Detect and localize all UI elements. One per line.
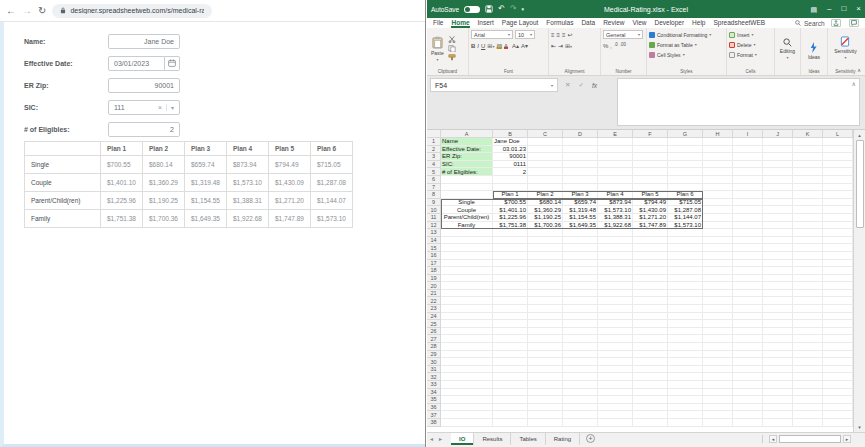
cell-J14[interactable] — [763, 237, 793, 245]
cell-H12[interactable] — [703, 222, 733, 230]
cell-C35[interactable] — [528, 396, 563, 404]
date-input[interactable]: 03/01/2023 — [108, 56, 165, 71]
cell-B4[interactable]: 0111 — [493, 161, 528, 169]
cell-G30[interactable] — [668, 358, 703, 366]
cell-E6[interactable] — [598, 176, 633, 184]
cell-E25[interactable] — [598, 320, 633, 328]
row-header-32[interactable]: 32 — [427, 373, 441, 381]
cell-I15[interactable] — [733, 244, 763, 252]
cell-L29[interactable] — [823, 351, 853, 359]
cell-K25[interactable] — [793, 320, 823, 328]
cell-K23[interactable] — [793, 305, 823, 313]
cell-G35[interactable] — [668, 396, 703, 404]
cell-H15[interactable] — [703, 244, 733, 252]
editing-button[interactable]: Editing▾ — [778, 37, 797, 61]
conditional-formatting-button[interactable]: Conditional Formatting▾ — [649, 30, 724, 39]
cell-H2[interactable] — [703, 146, 733, 154]
cell-J5[interactable] — [763, 168, 793, 176]
row-header-15[interactable]: 15 — [427, 244, 441, 252]
cell-K20[interactable] — [793, 282, 823, 290]
cell-E9[interactable]: $873.94 — [598, 199, 633, 207]
cell-E35[interactable] — [598, 396, 633, 404]
cell-B16[interactable] — [493, 252, 528, 260]
cell-K8[interactable] — [793, 191, 823, 199]
column-header-L[interactable]: L — [823, 130, 853, 138]
cell-E1[interactable] — [598, 138, 633, 146]
cell-D35[interactable] — [563, 396, 598, 404]
cell-I37[interactable] — [733, 411, 763, 419]
comma-style-button[interactable]: , — [610, 43, 612, 49]
tab-review[interactable]: Review — [603, 18, 624, 28]
cell-F17[interactable] — [633, 260, 668, 268]
cell-A30[interactable] — [441, 358, 493, 366]
column-header-F[interactable]: F — [633, 130, 668, 138]
cell-L23[interactable] — [823, 305, 853, 313]
scroll-down-icon[interactable]: ▾ — [858, 422, 861, 432]
cell-K5[interactable] — [793, 168, 823, 176]
cell-B14[interactable] — [493, 237, 528, 245]
cell-C29[interactable] — [528, 351, 563, 359]
name-input[interactable]: Jane Doe — [108, 34, 180, 49]
cell-J12[interactable] — [763, 222, 793, 230]
row-header-26[interactable]: 26 — [427, 328, 441, 336]
cell-K35[interactable] — [793, 396, 823, 404]
row-header-17[interactable]: 17 — [427, 260, 441, 268]
cell-B26[interactable] — [493, 328, 528, 336]
row-header-20[interactable]: 20 — [427, 282, 441, 290]
cell-L25[interactable] — [823, 320, 853, 328]
cell-D18[interactable] — [563, 267, 598, 275]
cell-G12[interactable]: $1,573.10 — [668, 222, 703, 230]
cell-E37[interactable] — [598, 411, 633, 419]
browser-forward-button[interactable]: → — [22, 6, 32, 16]
cell-E7[interactable] — [598, 184, 633, 192]
cell-B15[interactable] — [493, 244, 528, 252]
cell-G36[interactable] — [668, 404, 703, 412]
cell-K36[interactable] — [793, 404, 823, 412]
cell-D25[interactable] — [563, 320, 598, 328]
cell-I3[interactable] — [733, 153, 763, 161]
cell-D22[interactable] — [563, 297, 598, 305]
cell-I23[interactable] — [733, 305, 763, 313]
formula-input[interactable]: ∧ — [617, 78, 860, 126]
cell-K22[interactable] — [793, 297, 823, 305]
cell-J34[interactable] — [763, 389, 793, 397]
cell-F22[interactable] — [633, 297, 668, 305]
qat-customize-icon[interactable]: ▾ — [522, 7, 525, 12]
cell-I17[interactable] — [733, 260, 763, 268]
cell-G10[interactable]: $1,287.08 — [668, 206, 703, 214]
cell-F30[interactable] — [633, 358, 668, 366]
cell-J36[interactable] — [763, 404, 793, 412]
cell-A31[interactable] — [441, 366, 493, 374]
cell-K16[interactable] — [793, 252, 823, 260]
cell-D32[interactable] — [563, 373, 598, 381]
cell-E26[interactable] — [598, 328, 633, 336]
align-middle-icon[interactable]: ≡ — [557, 32, 561, 38]
cell-H18[interactable] — [703, 267, 733, 275]
row-header-6[interactable]: 6 — [427, 176, 441, 184]
cell-I7[interactable] — [733, 184, 763, 192]
cell-J29[interactable] — [763, 351, 793, 359]
cell-E12[interactable]: $1,922.68 — [598, 222, 633, 230]
cell-K37[interactable] — [793, 411, 823, 419]
erzip-input[interactable]: 90001 — [108, 78, 180, 93]
cell-L3[interactable] — [823, 153, 853, 161]
cell-B3[interactable]: 90001 — [493, 153, 528, 161]
share-icon[interactable] — [831, 19, 841, 27]
cell-G14[interactable] — [668, 237, 703, 245]
cell-E32[interactable] — [598, 373, 633, 381]
tab-file[interactable]: File — [433, 18, 443, 28]
cell-L4[interactable] — [823, 161, 853, 169]
cell-D33[interactable] — [563, 381, 598, 389]
row-header-37[interactable]: 37 — [427, 411, 441, 419]
cell-J38[interactable] — [763, 419, 793, 427]
cell-B8[interactable]: Plan 1 — [493, 191, 528, 199]
cell-F6[interactable] — [633, 176, 668, 184]
cell-E10[interactable]: $1,573.10 — [598, 206, 633, 214]
cell-D26[interactable] — [563, 328, 598, 336]
cell-I9[interactable] — [733, 199, 763, 207]
insert-cells-button[interactable]: Insert▾ — [729, 30, 772, 39]
cell-D5[interactable] — [563, 168, 598, 176]
row-header-2[interactable]: 2 — [427, 146, 441, 154]
cell-G13[interactable] — [668, 229, 703, 237]
cell-J25[interactable] — [763, 320, 793, 328]
